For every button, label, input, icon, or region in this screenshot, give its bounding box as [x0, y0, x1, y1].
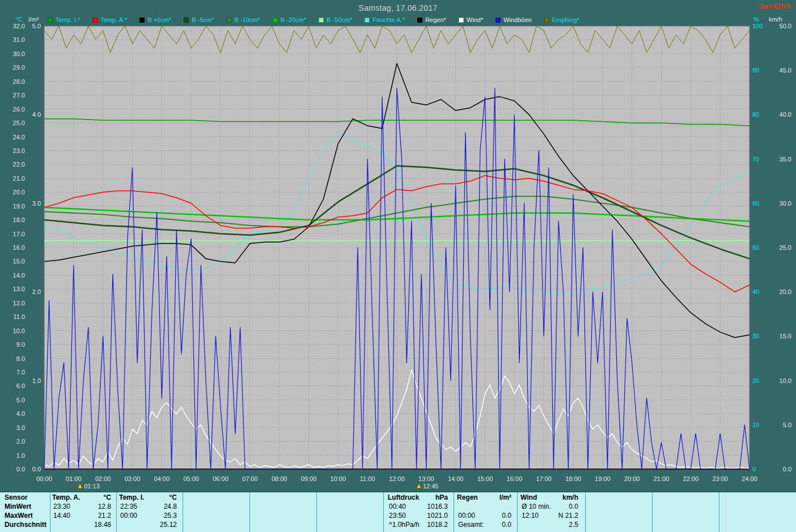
stats-cell-value: 0.0: [457, 512, 511, 520]
humidity-axis-tick: 40: [752, 288, 759, 295]
time-axis-tick: 15:00: [477, 475, 493, 482]
time-axis-tick: 12:00: [389, 475, 405, 482]
temp-axis-tick: 12.0: [13, 300, 25, 307]
temp-axis-tick: 19.0: [13, 203, 25, 210]
table-column-divider: [517, 492, 518, 532]
temp-axis-tick: 6.0: [16, 382, 25, 389]
temp-axis-tick: 7.0: [16, 369, 25, 376]
temp-axis-tick: 31.0: [13, 36, 25, 43]
temp-axis-tick: 28.0: [13, 78, 25, 85]
time-axis-tick: 10:00: [331, 475, 346, 482]
weather-chart: 32.031.030.029.028.027.026.025.024.023.0…: [0, 0, 796, 492]
stats-row-label: Sensor: [5, 494, 28, 501]
time-axis-tick: 22:00: [683, 475, 699, 482]
time-axis-tick: 19:00: [595, 475, 611, 482]
temp-axis-tick: 18.0: [13, 216, 25, 223]
rain-axis-tick: 4.0: [32, 111, 41, 118]
wind-axis-tick: 0.0: [783, 466, 791, 473]
stats-cell-value: 0.0: [520, 503, 578, 510]
temp-axis-tick: 26.0: [13, 106, 25, 113]
time-axis-tick: 05:00: [183, 475, 199, 482]
time-axis-tick: 16:00: [507, 475, 523, 482]
stats-cell-value: 25.12: [119, 521, 177, 529]
rain-axis-tick: 3.0: [32, 200, 41, 207]
stats-cell-value: 18.48: [52, 521, 111, 529]
rain-axis-tick: 1.0: [32, 377, 41, 384]
humidity-axis-tick: 30: [752, 333, 759, 339]
rain-axis-tick: 0.0: [32, 466, 41, 473]
temp-axis-tick: 11.0: [13, 313, 25, 320]
time-axis-tick: 04:00: [154, 475, 170, 482]
temp-axis-tick: 29.0: [13, 64, 25, 71]
temp-axis-tick: 1.0: [16, 452, 25, 459]
stats-col-unit: °C: [52, 494, 111, 501]
stats-cell-value: 1016.3: [388, 503, 448, 510]
wind-axis-tick: 20.0: [780, 288, 791, 295]
table-column-divider: [719, 492, 719, 532]
time-axis-tick: 18:00: [565, 475, 581, 482]
time-marker-icon: [417, 483, 421, 488]
temp-axis-tick: 4.0: [16, 410, 25, 417]
stats-cell-value: 25.3: [119, 512, 177, 520]
table-column-divider: [50, 492, 50, 532]
time-axis-tick: 17:00: [536, 475, 552, 482]
wind-axis-tick: 5.0: [783, 422, 791, 428]
wind-axis-tick: 45.0: [780, 67, 791, 74]
stats-cell-value: 0.0: [457, 521, 511, 529]
stats-row-label: MaxWert: [5, 512, 33, 520]
humidity-axis-tick: 60: [752, 200, 759, 207]
stats-row-label: Durchschnitt: [5, 521, 46, 529]
temp-axis-tick: 9.0: [16, 341, 25, 348]
stats-col-unit: l/m²: [457, 494, 511, 501]
table-column-divider: [454, 492, 454, 532]
temp-axis-tick: 14.0: [13, 272, 25, 279]
temp-axis-tick: 20.0: [13, 189, 25, 195]
stats-cell-value: 21.2: [52, 512, 111, 520]
table-column-divider: [316, 492, 317, 532]
wind-axis-tick: 10.0: [780, 377, 791, 384]
table-column-divider: [183, 492, 183, 532]
time-axis-tick: 01:00: [66, 475, 82, 482]
temp-axis-tick: 24.0: [13, 134, 25, 141]
humidity-axis-tick: 100: [752, 23, 763, 29]
temp-axis-tick: 15.0: [13, 258, 25, 265]
humidity-axis-tick: 90: [752, 67, 759, 74]
wind-axis-tick: 50.0: [780, 23, 791, 29]
time-axis-tick: 13:00: [418, 475, 434, 482]
humidity-axis-tick: 50: [752, 244, 759, 251]
time-axis-tick: 14:00: [448, 475, 464, 482]
stats-cell-value: 1021.0: [388, 512, 448, 520]
stats-row-label: MinWert: [5, 503, 31, 510]
time-marker-label: 12:45: [423, 483, 439, 490]
wind-axis-tick: 30.0: [780, 200, 791, 207]
temp-axis-tick: 23.0: [13, 147, 25, 154]
wind-axis-tick: 15.0: [780, 333, 791, 339]
temp-axis-tick: 21.0: [13, 175, 25, 182]
temp-axis-tick: 16.0: [13, 244, 25, 251]
temp-axis-tick: 0.0: [16, 466, 25, 473]
time-marker-icon: [78, 483, 82, 488]
stats-col-unit: hPa: [388, 494, 448, 501]
stats-cell-value: 24.8: [119, 503, 177, 510]
time-axis-tick: 02:00: [95, 475, 111, 482]
temp-axis-tick: 10.0: [13, 327, 25, 334]
table-column-divider: [249, 492, 250, 532]
time-marker-label: 01:13: [84, 483, 100, 490]
statistics-table: SensorMinWertMaxWertDurchschnittTemp. A.…: [0, 492, 796, 532]
table-column-divider: [652, 492, 653, 532]
temp-axis-tick: 17.0: [13, 231, 25, 237]
humidity-axis-tick: 20: [752, 377, 759, 384]
table-column-divider: [585, 492, 586, 532]
time-axis-tick: 06:00: [213, 475, 228, 482]
table-column-divider: [383, 492, 384, 532]
temp-axis-tick: 5.0: [16, 397, 25, 403]
temp-axis-tick: 32.0: [13, 23, 25, 29]
temp-axis-tick: 3.0: [16, 424, 25, 431]
humidity-axis-tick: 80: [752, 111, 759, 118]
temp-axis-tick: 8.0: [16, 355, 25, 362]
temp-axis-tick: 25.0: [13, 120, 25, 126]
time-axis-tick: 09:00: [301, 475, 317, 482]
time-axis-tick: 11:00: [360, 475, 375, 482]
time-axis-tick: 21:00: [654, 475, 670, 482]
rain-axis-tick: 5.0: [32, 23, 41, 29]
